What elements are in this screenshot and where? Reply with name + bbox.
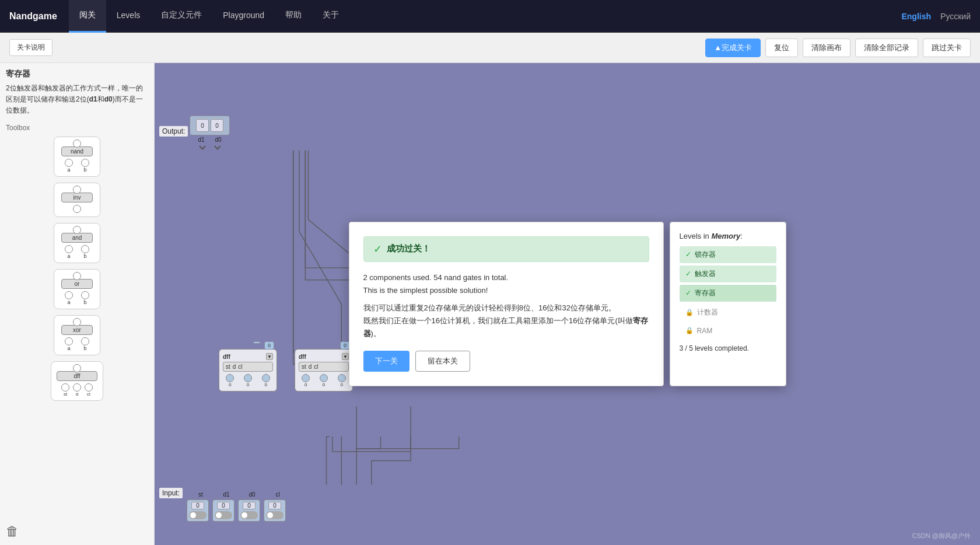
clear-all-button[interactable]: 清除全部记录 [855,39,918,57]
tool-nand[interactable]: nand a b [54,137,100,177]
success-text: 成功过关！ [387,243,430,254]
levels-list: ✓ 锁存器 ✓ 触发器 ✓ 寄存器 🔒 计数器 [680,246,776,338]
level-register-check: ✓ [685,289,691,297]
help-button[interactable]: 关卡说明 [9,39,52,56]
level-counter-label: 计数器 [697,308,718,317]
nav-tab-help[interactable]: 帮助 [275,0,312,33]
stay-button[interactable]: 留在本关 [415,351,470,372]
success-banner: ✓ 成功过关！ [363,236,649,262]
nav-tab-about[interactable]: 关于 [312,0,349,33]
dialog-actions: 下一关 留在本关 [363,351,649,372]
and-output-port [73,226,81,234]
level-ram-label: RAM [697,327,713,335]
desc-text-1: 我们可以通过重复2位存储单元的设计轻松得到8位、16位和32位存储单元。 [363,302,649,315]
dff-port-d [73,383,81,392]
reset-button[interactable]: 复位 [765,39,798,57]
tool-xor[interactable]: xor a b [54,315,100,355]
level-latch[interactable]: ✓ 锁存器 [680,246,776,263]
level-title: 寄存器 [6,69,148,79]
dff-port-st [61,383,69,392]
brand-logo: Nandgame [9,11,57,22]
levels-title: Levels in Memory: [680,232,776,240]
level-latch-label: 锁存器 [695,250,716,260]
left-panel: 寄存器 2位触发器和触发器的工作方式一样，唯一的区别是可以储存和输送2位(d1和… [0,63,155,545]
canvas-area[interactable]: Output: 0 0 d1 d0 [155,63,980,545]
level-flipflop-check: ✓ [685,270,691,278]
watermark: CSDN @御风@户外 [912,532,971,540]
level-flipflop[interactable]: ✓ 触发器 [680,265,776,282]
lang-russian[interactable]: Русский [940,12,971,21]
nav-tab-custom[interactable]: 自定义元件 [150,0,212,33]
tool-or[interactable]: or a b [54,269,100,309]
success-dialog: ✓ 成功过关！ 2 components used. 54 nand gates… [349,222,664,386]
stats-text: 2 components used. 54 nand gates in tota… [363,271,649,284]
level-ram-lock: 🔒 [685,327,694,334]
or-label: or [61,279,93,289]
nand-port-a [65,159,73,167]
level-latch-check: ✓ [685,250,691,258]
dff-port-cl [85,383,93,392]
nav-tab-playground[interactable]: Playground [212,0,275,33]
level-counter: 🔒 计数器 [680,304,776,321]
dff-output-port [73,364,81,372]
nav-tabs: 阅关 Levels 自定义元件 Playground 帮助 关于 [69,0,349,33]
inv-port [73,205,81,213]
desc-text-2: 既然我们正在做一个16位计算机，我们就在工具箱里添加一个16位存储单元(叫做寄存… [363,315,649,340]
check-icon: ✓ [373,243,382,256]
trash-area: 🗑 [6,517,148,539]
toolbar: 关卡说明 ▲完成关卡 复位 清除画布 清除全部记录 跳过关卡 [0,33,980,63]
clear-canvas-button[interactable]: 清除画布 [803,39,850,57]
skip-level-button[interactable]: 跳过关卡 [923,39,971,57]
nand-port-b [81,159,89,167]
level-ram: 🔒 RAM [680,323,776,338]
and-port-a [65,245,73,253]
level-register-label: 寄存器 [695,288,716,298]
toolbox-label: Toolbox [6,124,148,132]
inv-label: inv [61,193,93,202]
levels-progress: 3 / 5 levels completed. [680,344,776,352]
language-switcher: English Русский [901,12,971,21]
xor-output-port [73,318,81,326]
and-label: and [61,233,93,243]
tool-inv[interactable]: inv [54,183,100,217]
xor-label: xor [61,325,93,335]
simplest-text: This is the simplest possible solution! [363,284,649,297]
toolbox: nand a b [6,137,148,401]
xor-port-a [65,337,73,345]
trash-icon[interactable]: 🗑 [6,524,19,539]
nand-output-port [73,139,81,148]
nav-tab-levels[interactable]: Levels [106,0,150,33]
complete-level-button[interactable]: ▲完成关卡 [705,39,761,57]
next-level-button[interactable]: 下一关 [363,351,410,372]
or-port-b [81,291,89,299]
level-flipflop-label: 触发器 [695,269,716,279]
dialog-wrapper: ✓ 成功过关！ 2 components used. 54 nand gates… [349,222,786,386]
nav-tab-read[interactable]: 阅关 [69,0,106,33]
level-register[interactable]: ✓ 寄存器 [680,285,776,302]
level-description: 2位触发器和触发器的工作方式一样，唯一的区别是可以储存和输送2位(d1和d0)而… [6,83,148,117]
inv-output-port [73,186,81,194]
or-port-a [65,291,73,299]
tool-and[interactable]: and a b [54,223,100,263]
navbar: Nandgame 阅关 Levels 自定义元件 Playground 帮助 关… [0,0,980,33]
xor-port-b [81,337,89,345]
dff-label: dff [57,371,97,381]
and-port-b [81,245,89,253]
or-output-port [73,272,81,280]
lang-english[interactable]: English [901,12,931,21]
nand-label: nand [61,146,93,156]
level-counter-lock: 🔒 [685,309,694,316]
dialog-body: 2 components used. 54 nand gates in tota… [363,271,649,340]
tool-dff[interactable]: dff st d cl [51,361,103,401]
levels-sidebar: Levels in Memory: ✓ 锁存器 ✓ 触发器 ✓ [670,222,786,386]
dialog-overlay: ✓ 成功过关！ 2 components used. 54 nand gates… [155,63,980,545]
main-layout: 寄存器 2位触发器和触发器的工作方式一样，唯一的区别是可以储存和输送2位(d1和… [0,63,980,545]
